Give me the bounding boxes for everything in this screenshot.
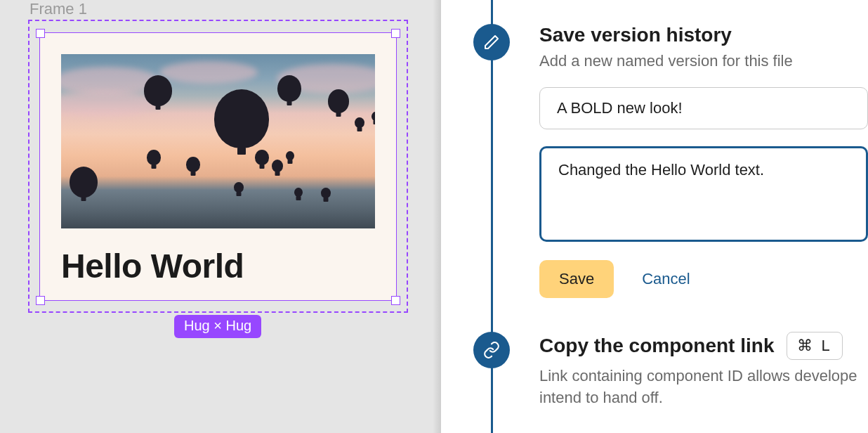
card-title-text[interactable]: Hello World [61, 247, 375, 285]
step-title: Save version history [539, 24, 868, 46]
step-save-version: Save version history Add a new named ver… [539, 24, 868, 298]
balloon-icon [286, 151, 294, 160]
design-canvas[interactable]: Frame 1 Hello World Hug × [0, 0, 441, 433]
balloon-icon [147, 150, 161, 165]
balloon-icon [355, 117, 364, 128]
version-description-input[interactable] [539, 146, 868, 242]
balloon-icon [294, 188, 303, 197]
balloon-icon [214, 89, 269, 148]
version-name-input[interactable] [539, 87, 868, 129]
sky-cloud [159, 61, 258, 84]
pencil-icon [473, 24, 510, 60]
balloon-icon [272, 160, 283, 172]
selection-handle[interactable] [391, 29, 400, 38]
balloon-icon [321, 188, 331, 198]
cancel-button[interactable]: Cancel [642, 270, 690, 288]
instructions-panel: Save version history Add a new named ver… [441, 0, 868, 433]
balloon-icon [328, 89, 349, 113]
balloon-icon [234, 182, 244, 193]
balloon-icon [255, 150, 269, 165]
balloon-icon [371, 112, 375, 121]
step-subtitle: Link containing component ID allows deve… [539, 366, 868, 409]
link-icon [473, 332, 510, 368]
balloon-icon [186, 157, 200, 172]
selection-handle[interactable] [36, 296, 45, 305]
balloon-icon [70, 167, 98, 198]
keyboard-shortcut: ⌘ L [787, 332, 842, 360]
frame-label[interactable]: Frame 1 [29, 0, 87, 18]
canvas-edge-shadow [433, 0, 441, 433]
selection-handle[interactable] [36, 29, 45, 38]
save-button[interactable]: Save [539, 260, 614, 298]
resizing-badge: Hug × Hug [174, 315, 261, 338]
selection-handle[interactable] [391, 296, 400, 305]
balloon-icon [277, 75, 301, 102]
card-image[interactable] [61, 54, 375, 228]
card-frame[interactable]: Hello World [39, 32, 397, 301]
step-subtitle: Add a new named version for this file [539, 52, 868, 70]
step-title: Copy the component link [539, 335, 774, 357]
balloon-icon [144, 75, 172, 106]
dialog-actions: Save Cancel [539, 260, 868, 298]
step-copy-link: Copy the component link ⌘ L Link contain… [539, 332, 868, 409]
